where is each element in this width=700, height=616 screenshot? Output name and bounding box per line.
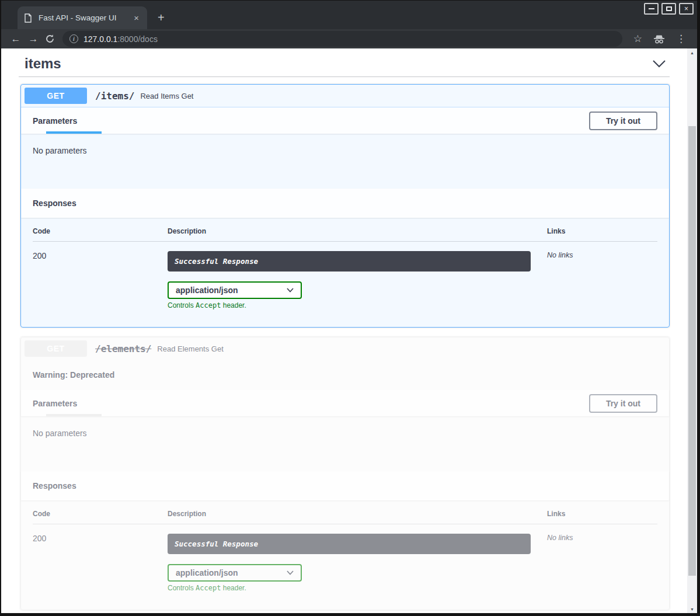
- response-description-box: Successful Response: [168, 251, 531, 272]
- responses-header: Responses: [21, 471, 669, 500]
- scroll-down-icon[interactable]: ▼: [687, 605, 697, 613]
- links-column-header: Links: [547, 510, 657, 518]
- maximize-icon: [666, 6, 672, 11]
- active-tab-underline: [46, 131, 102, 134]
- new-tab-button[interactable]: +: [158, 11, 165, 25]
- endpoint-summary: Read Elements Get: [157, 344, 223, 353]
- description-column-header: Description: [168, 227, 547, 235]
- collapse-chevron-icon[interactable]: [652, 60, 666, 68]
- response-row: 200 Successful Response application/json…: [33, 242, 657, 309]
- method-badge: GET: [25, 88, 87, 104]
- parameters-label: Parameters: [33, 399, 77, 408]
- accept-header-hint: Controls Accept header.: [168, 301, 547, 309]
- no-links-text: No links: [547, 534, 657, 592]
- try-it-out-button[interactable]: Try it out: [589, 112, 657, 130]
- no-parameters-text: No parameters: [21, 134, 669, 189]
- browser-menu-icon[interactable]: ⋮: [671, 33, 691, 45]
- back-button[interactable]: ←: [7, 33, 25, 45]
- url-path: :8000/docs: [117, 34, 158, 44]
- page-content: items GET /items/ Read Items Get Paramet…: [1, 48, 697, 613]
- endpoint-summary: Read Items Get: [140, 92, 193, 100]
- links-column-header: Links: [547, 227, 657, 235]
- browser-window: Fast API - Swagger UI × + × ← → i 127.0.…: [0, 0, 700, 616]
- parameters-label: Parameters: [33, 116, 77, 126]
- opblock-get-items: GET /items/ Read Items Get Parameters Tr…: [20, 84, 670, 328]
- opblock-summary[interactable]: GET /items/ Read Items Get: [21, 85, 669, 107]
- responses-table: Code Description Links 200 Successful Re…: [21, 218, 669, 327]
- no-parameters-text: No parameters: [21, 416, 669, 471]
- code-column-header: Code: [33, 510, 168, 518]
- opblock-summary[interactable]: GET /elements/ Read Elements Get: [21, 337, 669, 360]
- page-favicon-icon: [23, 13, 33, 23]
- media-type-value: application/json: [176, 568, 238, 577]
- minimize-icon: [649, 8, 654, 9]
- address-bar[interactable]: i 127.0.0.1:8000/docs: [62, 31, 622, 47]
- minimize-button[interactable]: [644, 3, 659, 15]
- media-type-value: application/json: [176, 286, 238, 295]
- browser-toolbar: ← → i 127.0.0.1:8000/docs ☆ ⋮: [1, 29, 697, 48]
- tab-title: Fast API - Swagger UI: [39, 13, 131, 22]
- responses-label: Responses: [33, 199, 76, 208]
- response-code: 200: [33, 251, 168, 309]
- window-controls: ×: [644, 3, 694, 15]
- parameters-header: Parameters Try it out: [21, 390, 669, 416]
- tag-divider: [19, 76, 670, 77]
- method-badge: GET: [25, 340, 87, 357]
- try-it-out-button[interactable]: Try it out: [589, 394, 657, 413]
- page-scrollbar[interactable]: ▲ ▼: [687, 48, 697, 613]
- endpoint-path: /items/: [95, 91, 134, 102]
- bookmark-star-icon[interactable]: ☆: [628, 33, 647, 45]
- code-column-header: Code: [33, 227, 168, 235]
- swagger-ui: items GET /items/ Read Items Get Paramet…: [1, 48, 687, 613]
- select-chevron-icon: [287, 570, 294, 575]
- forward-button[interactable]: →: [25, 33, 42, 45]
- tab-close-icon[interactable]: ×: [131, 13, 141, 23]
- deprecated-warning: Warning: Deprecated: [21, 360, 669, 390]
- response-description-box: Successful Response: [168, 534, 531, 554]
- media-type-select[interactable]: application/json: [168, 281, 302, 299]
- titlebar: Fast API - Swagger UI × + ×: [1, 1, 697, 29]
- responses-header: Responses: [21, 189, 669, 218]
- response-code: 200: [33, 534, 168, 592]
- reload-button[interactable]: [45, 34, 55, 44]
- close-button[interactable]: ×: [679, 3, 694, 15]
- media-type-select[interactable]: application/json: [168, 564, 302, 582]
- select-chevron-icon: [287, 288, 294, 293]
- scroll-up-icon[interactable]: ▲: [687, 48, 697, 57]
- active-tab-underline: [46, 414, 102, 416]
- site-info-icon[interactable]: i: [69, 34, 78, 43]
- browser-tab[interactable]: Fast API - Swagger UI ×: [18, 6, 147, 29]
- response-row: 200 Successful Response application/json…: [33, 524, 657, 592]
- scrollbar-thumb[interactable]: [688, 126, 696, 576]
- parameters-header: Parameters Try it out: [21, 107, 669, 134]
- url-host: 127.0.0.1: [83, 34, 117, 44]
- opblock-get-elements-deprecated: GET /elements/ Read Elements Get Warning…: [20, 337, 670, 610]
- tag-title: items: [25, 55, 61, 72]
- description-column-header: Description: [168, 510, 547, 518]
- endpoint-path: /elements/: [95, 343, 151, 354]
- no-links-text: No links: [547, 251, 657, 309]
- responses-label: Responses: [33, 481, 76, 490]
- incognito-icon[interactable]: [653, 34, 666, 44]
- maximize-button[interactable]: [661, 3, 676, 15]
- tag-section-header[interactable]: items: [1, 52, 687, 76]
- accept-header-hint: Controls Accept header.: [168, 584, 547, 592]
- responses-table: Code Description Links 200 Successful Re…: [21, 500, 669, 610]
